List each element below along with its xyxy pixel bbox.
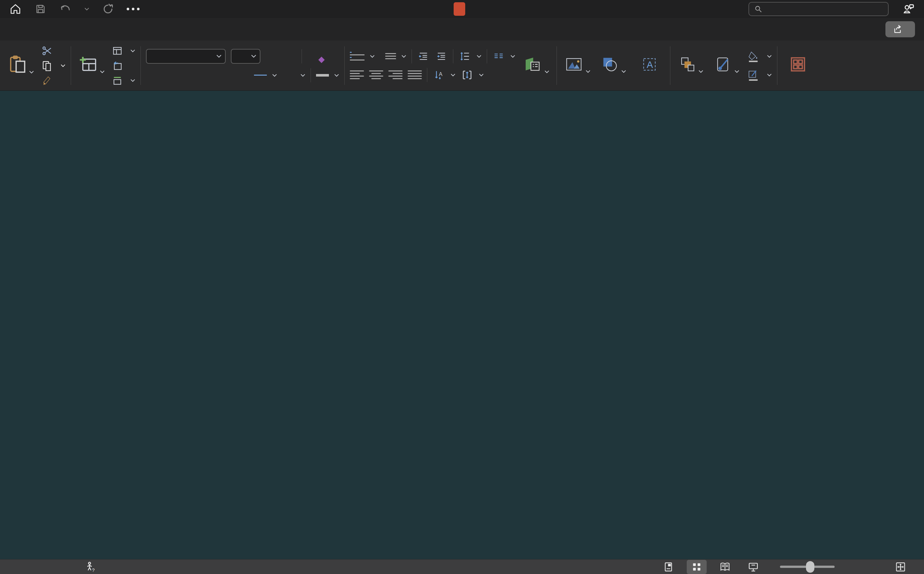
columns-button[interactable] <box>492 51 505 62</box>
arrange-button[interactable] <box>676 56 706 76</box>
reset-button[interactable] <box>112 59 135 72</box>
clear-formatting-eraser-icon <box>318 57 325 63</box>
share-icon <box>893 24 903 34</box>
accessibility-icon: ? <box>84 561 96 573</box>
convert-to-smartart-button[interactable] <box>520 55 552 76</box>
layout-icon <box>112 46 123 56</box>
ribbon-tabs-bar <box>0 18 924 41</box>
chevron-down-icon <box>544 70 550 73</box>
chevron-down-icon <box>334 74 339 77</box>
chevron-down-icon <box>300 74 305 77</box>
align-left-button[interactable] <box>350 71 364 79</box>
add-ins-button[interactable] <box>783 56 813 76</box>
share-button[interactable] <box>885 21 915 37</box>
font-size-combobox[interactable] <box>231 49 261 64</box>
undo-icon[interactable] <box>58 2 73 16</box>
powerpoint-app-icon <box>454 2 465 16</box>
chevron-down-icon <box>272 74 277 77</box>
chevron-down-icon <box>767 55 772 58</box>
zoom-slider[interactable] <box>780 566 834 568</box>
shapes-icon <box>600 56 619 73</box>
ellipsis-dots <box>127 8 140 10</box>
text-box-icon: A <box>640 56 658 73</box>
picture-icon <box>564 56 583 73</box>
font-color-button[interactable] <box>316 74 329 77</box>
new-slide-icon <box>79 55 98 73</box>
cut-icon <box>42 46 53 56</box>
status-bar: ? <box>0 559 924 574</box>
quick-styles-icon <box>714 56 732 73</box>
chevron-down-icon <box>216 54 222 58</box>
normal-view-button[interactable] <box>658 560 678 574</box>
search-icon <box>754 5 762 14</box>
search-input[interactable] <box>748 2 889 16</box>
presenter-icon[interactable] <box>902 2 916 16</box>
quick-styles-button[interactable] <box>712 56 742 76</box>
reading-view-button[interactable] <box>715 560 735 574</box>
zoom-slider-thumb[interactable] <box>806 561 814 573</box>
home-icon[interactable] <box>8 2 22 16</box>
shape-outline-icon <box>748 69 759 81</box>
bullets-button[interactable] <box>350 52 365 60</box>
shapes-button[interactable] <box>598 56 629 76</box>
section-icon <box>112 75 123 85</box>
chevron-down-icon <box>60 64 66 67</box>
new-slide-button[interactable] <box>76 55 107 76</box>
chevron-down-icon <box>251 54 256 58</box>
redo-icon[interactable] <box>101 2 115 16</box>
character-spacing-button[interactable] <box>254 75 267 76</box>
reset-icon <box>112 60 123 71</box>
arrange-icon <box>678 56 696 73</box>
format-painter-button[interactable] <box>42 74 66 87</box>
fit-slide-button[interactable] <box>891 560 910 574</box>
chevron-down-icon <box>510 55 515 58</box>
numbering-lines-icon <box>385 53 396 59</box>
paste-icon <box>8 55 27 74</box>
chevron-down-icon <box>401 55 406 58</box>
chevron-down-icon <box>100 70 105 73</box>
shape-fill-button[interactable] <box>748 50 772 63</box>
slideshow-view-button[interactable] <box>743 560 763 574</box>
chevron-down-icon <box>29 71 34 74</box>
chevron-down-icon <box>476 55 482 58</box>
cut-button[interactable] <box>42 44 66 57</box>
text-box-button[interactable]: A <box>634 56 665 76</box>
shape-outline-button[interactable] <box>748 69 772 81</box>
picture-button[interactable] <box>562 56 593 76</box>
save-icon[interactable] <box>33 2 47 16</box>
align-right-button[interactable] <box>388 71 402 79</box>
chevron-down-icon <box>585 70 591 73</box>
align-center-button[interactable] <box>369 71 383 79</box>
search-field[interactable] <box>767 4 883 14</box>
chevron-down-icon <box>734 70 739 73</box>
add-ins-icon <box>789 56 807 73</box>
slide-sorter-view-button[interactable] <box>687 560 707 574</box>
section-button[interactable] <box>112 74 135 87</box>
smartart-icon <box>522 55 542 73</box>
chevron-down-icon <box>621 70 626 73</box>
decrease-indent-button[interactable] <box>417 51 430 62</box>
format-painter-icon <box>42 75 53 86</box>
justify-button[interactable] <box>408 71 422 79</box>
chevron-down-icon <box>370 55 375 58</box>
chevron-down-icon <box>130 79 135 82</box>
align-text-vertical-button[interactable] <box>461 69 474 81</box>
svg-text:?: ? <box>92 567 94 573</box>
copy-icon <box>42 60 53 71</box>
chevron-down-icon <box>767 73 772 77</box>
font-name-combobox[interactable] <box>146 49 226 64</box>
accessibility-status[interactable]: ? <box>84 561 100 573</box>
increase-indent-button[interactable] <box>435 51 448 62</box>
layout-button[interactable] <box>112 44 135 57</box>
shape-fill-icon <box>748 50 759 62</box>
copy-button[interactable] <box>42 59 66 72</box>
more-icon[interactable] <box>126 2 140 16</box>
chevron-down-icon <box>450 73 456 77</box>
titlebar <box>0 0 924 18</box>
text-direction-button[interactable]: A <box>432 69 445 81</box>
svg-text:A: A <box>647 60 653 70</box>
line-spacing-button[interactable] <box>459 51 471 62</box>
undo-chevron-icon[interactable] <box>83 2 90 16</box>
chevron-down-icon <box>698 70 704 73</box>
paste-button[interactable] <box>6 55 37 76</box>
